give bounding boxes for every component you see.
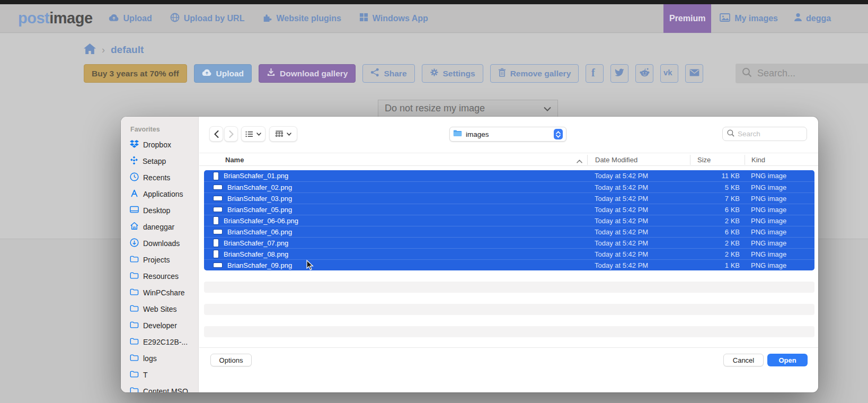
sidebar-item-logs[interactable]: logs bbox=[121, 350, 198, 366]
file-kind: PNG image bbox=[751, 172, 786, 180]
breadcrumb-gallery[interactable]: default bbox=[111, 44, 144, 56]
sidebar-item-desktop[interactable]: Desktop bbox=[121, 202, 198, 218]
sidebar-item-label: Web Sites bbox=[143, 305, 177, 313]
sidebar-item-dropbox[interactable]: Dropbox bbox=[121, 136, 198, 153]
column-name[interactable]: Name bbox=[225, 156, 244, 164]
file-date: Today at 5:42 PM bbox=[595, 172, 648, 180]
nav-upload-by-url[interactable]: Upload by URL bbox=[170, 13, 245, 24]
sidebar-item-label: Content MSO bbox=[143, 387, 188, 393]
sort-ascending-icon[interactable] bbox=[577, 157, 582, 165]
settings-label: Settings bbox=[443, 69, 475, 78]
sidebar-item-label: Applications bbox=[143, 190, 183, 198]
file-name: BrianSchafer_08.png bbox=[224, 250, 288, 258]
sidebar-item-developer[interactable]: Developer bbox=[121, 317, 198, 334]
upload-button[interactable]: Upload bbox=[194, 64, 252, 83]
twitter-share-button[interactable] bbox=[610, 64, 628, 83]
nav-upload[interactable]: Upload bbox=[109, 13, 152, 24]
file-size: 1 KB bbox=[699, 261, 740, 269]
sidebar-item-resources[interactable]: Resources bbox=[121, 268, 198, 284]
file-date: Today at 5:42 PM bbox=[595, 261, 648, 269]
sidebar-item-setapp[interactable]: Setapp bbox=[121, 153, 198, 169]
file-row[interactable]: BrianSchafer_01.png Today at 5:42 PM 11 … bbox=[204, 170, 814, 181]
column-size[interactable]: Size bbox=[697, 156, 711, 164]
sidebar-item-content-mso[interactable]: Content MSO bbox=[121, 383, 198, 392]
dialog-search-field[interactable]: Search bbox=[722, 127, 807, 141]
email-share-button[interactable] bbox=[685, 64, 703, 83]
file-kind: PNG image bbox=[751, 228, 786, 236]
resize-select[interactable]: Do not resize my image bbox=[378, 100, 558, 117]
cancel-button[interactable]: Cancel bbox=[723, 354, 764, 366]
folder-blue-icon bbox=[453, 129, 462, 139]
file-row[interactable]: BrianSchafer_06-06.png Today at 5:42 PM … bbox=[204, 215, 814, 226]
site-navbar: post image Upload Upload by URL Websit bbox=[0, 4, 868, 33]
sidebar-item-recents[interactable]: Recents bbox=[121, 169, 198, 186]
remove-gallery-button[interactable]: Remove gallery bbox=[490, 64, 579, 83]
file-row[interactable]: BrianSchafer_07.png Today at 5:42 PM 2 K… bbox=[204, 237, 814, 248]
folder-icon bbox=[130, 370, 139, 379]
sidebar-item-downloads[interactable]: Downloads bbox=[121, 235, 198, 251]
globe-icon bbox=[170, 13, 180, 24]
file-name: BrianSchafer_02.png bbox=[227, 183, 292, 191]
open-button[interactable]: Open bbox=[767, 354, 808, 366]
file-thumbnail bbox=[214, 172, 218, 180]
file-size: 2 KB bbox=[699, 250, 740, 258]
reddit-share-button[interactable] bbox=[635, 64, 653, 83]
file-date: Today at 5:42 PM bbox=[595, 206, 648, 214]
sidebar-item-projects[interactable]: Projects bbox=[121, 251, 198, 268]
empty-row-stripe bbox=[204, 282, 814, 293]
sidebar-item-web-sites[interactable]: Web Sites bbox=[121, 301, 198, 317]
sidebar-item-winpcshare[interactable]: WinPCshare bbox=[121, 284, 198, 301]
sidebar-item-e292c12b[interactable]: E292C12B-... bbox=[121, 334, 198, 350]
file-row[interactable]: BrianSchafer_05.png Today at 5:42 PM 6 K… bbox=[204, 204, 814, 215]
home-icon[interactable] bbox=[84, 43, 96, 56]
list-view-button[interactable] bbox=[241, 126, 265, 142]
facebook-share-button[interactable]: f bbox=[586, 64, 604, 83]
nav-windows-app[interactable]: Windows App bbox=[359, 13, 428, 24]
postimage-logo[interactable]: post image bbox=[18, 10, 93, 27]
stepper-icon bbox=[554, 129, 563, 139]
buy-promo-button[interactable]: Buy 3 years at 70% off bbox=[84, 64, 187, 83]
group-view-button[interactable] bbox=[269, 126, 297, 142]
nav-upload-by-url-label: Upload by URL bbox=[184, 14, 245, 23]
forward-button[interactable] bbox=[224, 126, 238, 142]
file-size: 6 KB bbox=[699, 206, 740, 214]
file-size: 2 KB bbox=[699, 239, 740, 247]
nav-upload-label: Upload bbox=[123, 14, 152, 23]
column-date-modified[interactable]: Date Modified bbox=[595, 156, 637, 164]
sidebar-item-applications[interactable]: Applications bbox=[121, 186, 198, 202]
back-button[interactable] bbox=[209, 126, 223, 142]
file-kind: PNG image bbox=[751, 183, 786, 191]
premium-button[interactable]: Premium bbox=[663, 4, 711, 33]
user-menu[interactable]: degga bbox=[794, 13, 868, 24]
column-kind[interactable]: Kind bbox=[751, 156, 765, 164]
my-images-link[interactable]: My images bbox=[720, 13, 778, 24]
site-search-box[interactable]: Search... bbox=[736, 64, 868, 83]
file-row[interactable]: BrianSchafer_02.png Today at 5:42 PM 5 K… bbox=[204, 181, 814, 192]
file-row[interactable]: BrianSchafer_08.png Today at 5:42 PM 2 K… bbox=[204, 248, 814, 259]
mouse-cursor bbox=[306, 260, 314, 273]
vk-share-button[interactable]: vk bbox=[660, 64, 678, 83]
file-row[interactable]: BrianSchafer_03.png Today at 5:42 PM 7 K… bbox=[204, 192, 814, 204]
column-separator bbox=[587, 155, 588, 165]
file-row[interactable]: BrianSchafer_06.png Today at 5:42 PM 6 K… bbox=[204, 226, 814, 237]
user-label: degga bbox=[806, 14, 831, 23]
column-separator bbox=[690, 155, 690, 165]
sidebar-item-label: Projects bbox=[143, 256, 170, 264]
vk-icon: vk bbox=[663, 69, 675, 78]
sidebar-item-daneggar[interactable]: daneggar bbox=[121, 218, 198, 235]
download-gallery-button[interactable]: Download gallery bbox=[259, 64, 356, 83]
file-name: BrianSchafer_06-06.png bbox=[224, 217, 298, 225]
puzzle-icon bbox=[262, 13, 272, 24]
file-row[interactable]: BrianSchafer_09.png Today at 5:42 PM 1 K… bbox=[204, 259, 814, 270]
sidebar-item-t[interactable]: T bbox=[121, 366, 198, 383]
sidebar-item-label: E292C12B-... bbox=[143, 338, 188, 346]
footer-divider bbox=[199, 347, 818, 348]
sidebar-item-label: Developer bbox=[143, 321, 177, 330]
sidebar-item-label: Dropbox bbox=[143, 141, 171, 149]
settings-button[interactable]: Settings bbox=[422, 64, 483, 83]
options-button[interactable]: Options bbox=[210, 354, 252, 366]
share-button[interactable]: Share bbox=[362, 64, 414, 83]
file-date: Today at 5:42 PM bbox=[595, 239, 648, 247]
location-dropdown[interactable]: images bbox=[449, 127, 566, 142]
nav-website-plugins[interactable]: Website plugins bbox=[262, 13, 341, 24]
